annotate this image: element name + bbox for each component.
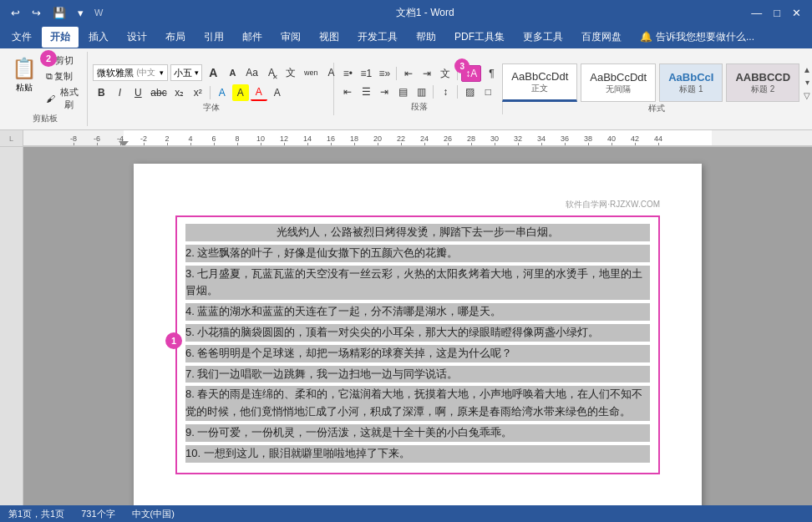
line-spacing-button[interactable]: ↕ [437,84,454,100]
menu-insert[interactable]: 插入 [80,27,117,48]
style-wujianfeng-sample: AaBbCcDdt [590,71,647,84]
ruler-corner: L [0,130,23,146]
shading-button[interactable]: ▨ [461,84,478,100]
increase-indent-button[interactable]: ⇥ [419,65,435,82]
font-shrink-button[interactable]: A [224,64,241,81]
align-center-button[interactable]: ☰ [358,84,374,100]
paragraph-row2: ⇤ ☰ ⇥ ▤ ▥ ↕ ▨ □ [339,84,496,100]
italic-button[interactable]: I [111,84,128,101]
font-name-dropdown-icon[interactable]: ▾ [160,68,164,77]
styles-scroll-down[interactable]: ▾ [803,78,811,87]
cut-copy-format: 2 ✂ 剪切 ⧉ 复制 🖌 格式刷 [43,53,84,112]
menu-references[interactable]: 引用 [195,27,232,48]
text-effect-button[interactable]: A [214,84,231,101]
subscript-button[interactable]: x₂ [171,84,188,101]
font-controls-row1: 微软雅黑 (中文 ▾ 小五 ▾ A A Aa A ✕ 文 [93,64,339,81]
font-size-input[interactable]: 小五 ▾ [170,64,202,81]
borders-button[interactable]: □ [480,84,496,100]
style-zhengwen-label: 正文 [531,83,548,94]
wen-format-button[interactable]: 文 [282,64,299,81]
clear-format-button[interactable]: A ✕ [263,64,280,81]
style-zhengwen[interactable]: AaBbCcDdt 正文 [502,63,577,102]
font-format-row2: B I U abc x₂ x² A A A A [93,84,285,101]
undo-button[interactable]: ↩ [7,5,24,21]
maximize-button[interactable]: □ [769,5,784,21]
char-spacing-button[interactable]: A [269,84,286,101]
font-color-button[interactable]: A [251,84,267,101]
document-area[interactable]: 软件自学网·RJZXW.COM 1 光线灼人，公路被烈日烤得发烫，脚踏下去一步一… [23,147,812,522]
clipboard-label: 剪贴板 [33,112,58,124]
menu-bar: 文件 开始 插入 设计 布局 引用 邮件 审阅 视图 开发工具 帮助 PDF工具… [0,25,812,48]
para-div1 [396,67,397,80]
styles-scroll-up[interactable]: ▲ [803,65,811,74]
superscript-button[interactable]: x² [190,84,206,101]
eraser-mark: ✕ [272,73,278,81]
styles-more[interactable]: ▽ [803,91,811,100]
align-left-button[interactable]: ⇤ [339,84,356,100]
language: 中文(中国) [132,508,175,520]
word-count: 731个字 [81,508,114,520]
font-label: 字体 [203,101,220,114]
menu-file[interactable]: 文件 [3,27,40,48]
menu-review[interactable]: 审阅 [272,27,309,48]
quick-access-more[interactable]: ▾ [74,5,88,21]
document-page: 软件自学网·RJZXW.COM 1 光线灼人，公路被烈日烤得发烫，脚踏下去一步一… [134,164,702,522]
close-button[interactable]: ✕ [788,5,805,21]
font-group: 微软雅黑 (中文 ▾ 小五 ▾ A A Aa A ✕ 文 [89,63,334,115]
paste-button[interactable]: 📋 粘贴 [7,53,42,97]
status-bar: 第1页，共1页 731个字 中文(中国) [0,505,812,522]
minimize-button[interactable]: — [747,5,766,21]
menu-design[interactable]: 设计 [119,27,155,48]
underline-button[interactable]: U [129,84,146,101]
title-bar: ↩ ↪ 💾 ▾ W 文档1 - Word — □ ✕ [0,0,812,25]
strikethrough-button[interactable]: abc [148,84,169,101]
multilevel-list-button[interactable]: ≡» [376,65,393,82]
text-highlight-button[interactable]: A [232,84,249,101]
save-button[interactable]: 💾 [48,5,70,21]
pinyin-button[interactable]: wen [302,64,321,81]
paragraph-label: 段落 [411,100,428,113]
align-right-button[interactable]: ⇥ [376,84,393,100]
doc-line-8: 9. 一份可爱，一份机灵，一份活泼，这就是十全十美的小白兔乖乖。 [185,424,650,442]
menu-pdf[interactable]: PDF工具集 [446,27,513,48]
numbered-list-button[interactable]: ≡1 [358,65,374,82]
format-painter-button[interactable]: 🖌 格式刷 [43,85,84,112]
bullet-list-button[interactable]: ≡• [339,65,356,82]
menu-baidu-pan[interactable]: 百度网盘 [573,27,630,48]
para-div3 [433,85,434,99]
ruler-corner-L: L [0,130,23,146]
menu-more-tools[interactable]: 更多工具 [515,27,571,48]
paragraph-row1: ≡• ≡1 ≡» ⇤ ⇥ 文 ↕A 3 ¶ [339,65,500,82]
show-marks-button[interactable]: ¶ [483,65,500,82]
style-wujianfeng-label: 无间隔 [606,84,631,95]
format-divider [210,86,211,99]
bold-button[interactable]: B [93,84,109,101]
copy-icon: ⧉ [46,71,53,82]
menu-layout[interactable]: 布局 [157,27,194,48]
menu-view[interactable]: 视图 [311,27,348,48]
word-icon: W [94,8,103,18]
menu-developer[interactable]: 开发工具 [349,27,406,48]
font-size-dropdown-icon[interactable]: ▾ [195,68,199,77]
paste-icon: 📋 [12,57,37,80]
change-case-button[interactable]: Aa [243,64,261,81]
decrease-indent-button[interactable]: ⇤ [400,65,417,82]
style-biaoti2[interactable]: AABBCCD 标题 2 [726,63,799,102]
justify-button[interactable]: ▤ [394,84,411,100]
style-biaoti1[interactable]: AaBbCcI 标题 1 [659,63,723,102]
title-bar-right: — □ ✕ [747,5,805,21]
menu-mailings[interactable]: 邮件 [234,27,271,48]
style-biaoti2-label: 标题 2 [751,84,774,95]
style-biaoti1-label: 标题 1 [679,84,703,95]
chinese-layout-button[interactable]: 文 [437,65,454,82]
font-name-input[interactable]: 微软雅黑 (中文 ▾ [93,64,168,81]
distributed-button[interactable]: ▥ [413,84,429,100]
menu-home[interactable]: 开始 [42,27,79,48]
vertical-ruler [0,147,23,522]
font-grow-button[interactable]: A [205,64,221,81]
redo-button[interactable]: ↪ [28,5,45,21]
menu-help[interactable]: 帮助 [408,27,444,48]
copy-button[interactable]: ⧉ 复制 [43,69,84,84]
menu-tell-me[interactable]: 🔔 告诉我您想要做什么... [632,27,763,48]
style-wujianfeng[interactable]: AaBbCcDdt 无间隔 [581,63,656,102]
